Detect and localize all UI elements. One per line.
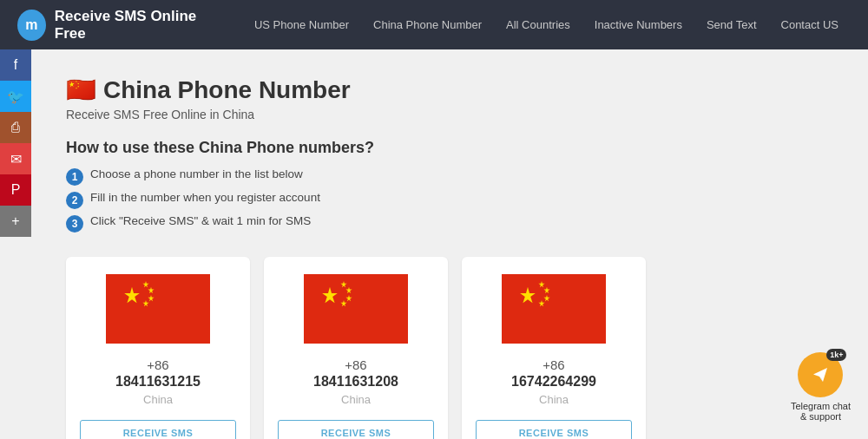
step-number-1: 1 xyxy=(66,168,83,186)
logo-icon: m xyxy=(17,10,46,41)
telegram-badge: 1k+ xyxy=(826,349,846,361)
china-flag-svg xyxy=(502,274,606,344)
receive-sms-button-1[interactable]: RECEIVE SMS xyxy=(278,420,434,439)
how-to-step-3: 3Click "Receive SMS" & wait 1 min for SM… xyxy=(66,214,833,233)
phone-code-2: +86 xyxy=(542,357,564,372)
phone-cards-row: +86 18411631215 China RECEIVE SMS +86 18… xyxy=(66,257,833,439)
phone-number-0: 18411631215 xyxy=(115,374,201,390)
receive-sms-button-2[interactable]: RECEIVE SMS xyxy=(476,420,632,439)
china-flag-emoji: 🇨🇳 xyxy=(66,75,96,104)
phone-code-1: +86 xyxy=(345,357,366,372)
step-text-3: Click "Receive SMS" & wait 1 min for SMS xyxy=(90,214,311,227)
nav-link-all-countries[interactable]: All Countries xyxy=(494,0,582,49)
how-to-steps: 1Choose a phone number in the list below… xyxy=(66,167,833,233)
nav-link-inactive-numbers[interactable]: Inactive Numbers xyxy=(582,0,694,49)
how-to-step-2: 2Fill in the number when you register ac… xyxy=(66,191,833,209)
sidebar-pinterest-btn[interactable]: P xyxy=(0,174,31,206)
sidebar-email-btn[interactable]: ✉ xyxy=(0,143,31,174)
svg-rect-6 xyxy=(304,274,408,344)
phone-card-2: +86 16742264299 China RECEIVE SMS xyxy=(462,257,646,439)
telegram-circle: 1k+ xyxy=(798,352,843,397)
sidebar-twitter-btn[interactable]: 🐦 xyxy=(0,81,31,112)
step-number-3: 3 xyxy=(66,215,83,233)
china-flag-svg xyxy=(304,274,408,344)
social-sidebar: f🐦⎙✉P+ xyxy=(0,49,31,237)
phone-country-2: China xyxy=(539,393,569,406)
nav-links: US Phone NumberChina Phone NumberAll Cou… xyxy=(242,0,851,49)
sidebar-facebook-btn[interactable]: f xyxy=(0,49,31,81)
page-subtitle: Receive SMS Free Online in China xyxy=(66,108,833,121)
navbar: m Receive SMS Online Free US Phone Numbe… xyxy=(0,0,868,49)
step-text-2: Fill in the number when you register acc… xyxy=(90,191,320,204)
page-title-text: China Phone Number xyxy=(103,76,351,104)
nav-link-contact-us[interactable]: Contact US xyxy=(769,0,851,49)
main-content: 🇨🇳 China Phone Number Receive SMS Free O… xyxy=(31,49,868,439)
nav-link-china-phone-number[interactable]: China Phone Number xyxy=(361,0,494,49)
telegram-label: Telegram chat& support xyxy=(791,401,851,422)
phone-number-2: 16742264299 xyxy=(511,374,596,390)
telegram-icon xyxy=(808,363,832,387)
phone-card-0: +86 18411631215 China RECEIVE SMS xyxy=(66,257,250,439)
phone-card-1: +86 18411631208 China RECEIVE SMS xyxy=(264,257,448,439)
phone-country-1: China xyxy=(341,393,371,406)
phone-country-0: China xyxy=(143,393,173,406)
china-flag-svg xyxy=(106,274,210,344)
sidebar-more-btn[interactable]: + xyxy=(0,206,31,237)
page-title: 🇨🇳 China Phone Number xyxy=(66,75,833,104)
sidebar-print-btn[interactable]: ⎙ xyxy=(0,112,31,143)
svg-rect-0 xyxy=(106,274,210,344)
phone-number-1: 18411631208 xyxy=(313,374,398,390)
receive-sms-button-0[interactable]: RECEIVE SMS xyxy=(80,420,236,439)
step-text-1: Choose a phone number in the list below xyxy=(90,167,303,180)
phone-code-0: +86 xyxy=(147,357,168,372)
how-to-step-1: 1Choose a phone number in the list below xyxy=(66,167,833,186)
nav-link-send-text[interactable]: Send Text xyxy=(694,0,769,49)
logo-text: Receive SMS Online Free xyxy=(55,8,216,43)
how-to-section: How to use these China Phone numbers? 1C… xyxy=(66,139,833,233)
nav-link-us-phone-number[interactable]: US Phone Number xyxy=(242,0,361,49)
step-number-2: 2 xyxy=(66,192,83,209)
logo[interactable]: m Receive SMS Online Free xyxy=(17,8,216,43)
page-title-area: 🇨🇳 China Phone Number Receive SMS Free O… xyxy=(66,75,833,121)
how-to-title: How to use these China Phone numbers? xyxy=(66,139,833,157)
svg-rect-12 xyxy=(502,274,606,344)
telegram-widget[interactable]: 1k+ Telegram chat& support xyxy=(791,352,851,422)
